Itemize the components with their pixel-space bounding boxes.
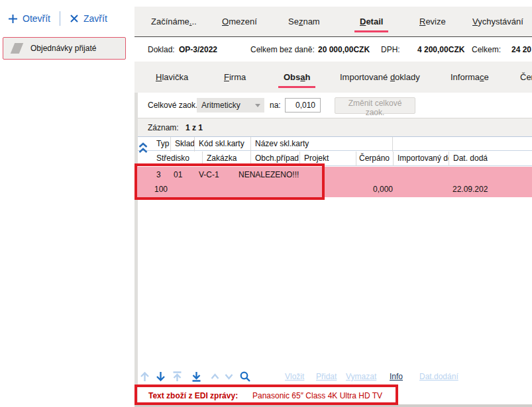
move-first-icon[interactable] <box>172 371 183 383</box>
col-obch-pripad[interactable]: Obch.případ <box>250 152 299 166</box>
tab-omezeni[interactable]: Omezení <box>222 17 257 26</box>
net-value: 20 000,00CZK <box>318 45 370 54</box>
cell-typ: 3 <box>156 170 161 179</box>
tab-label: Importované <box>340 72 390 82</box>
table-row[interactable]: 3 01 V-C-1 NENALEZENO!!! 100 0,000 22.09… <box>134 167 532 197</box>
cell-kod-skl-karty: V-C-1 <box>199 170 219 179</box>
tab-firma[interactable]: Firma <box>224 72 246 82</box>
dat-dodani-link[interactable]: Dat.dodání <box>419 372 458 381</box>
close-button[interactable]: Zavřít <box>67 12 110 25</box>
app-window: Otevřít Zavřít Objednávky přijaté Začíná… <box>0 0 532 407</box>
total-label: Celkem: <box>472 45 501 54</box>
tab-cerpani[interactable]: Čer <box>520 72 532 82</box>
detail-tabstrip: Hlavička Firma Obsah Importované doklady… <box>134 62 532 93</box>
doklad-value: OP-3/2022 <box>179 45 217 54</box>
tab-accesskey: a <box>300 72 305 82</box>
col-cerpano[interactable]: Čerpáno <box>356 152 393 166</box>
tab-label: Informa <box>451 72 480 82</box>
pridat-link[interactable]: Přidat <box>316 372 337 381</box>
tab-vychystavani[interactable]: Vychystávání <box>472 17 523 26</box>
document-summary-bar: Doklad: OP-3/2022 Celkem bez daně: 20 00… <box>134 38 532 62</box>
vat-value: 4 200,00CZK <box>417 45 464 54</box>
col-spacer <box>392 137 532 152</box>
cell-sklad: 01 <box>174 170 182 179</box>
move-down-icon[interactable] <box>155 371 166 383</box>
bottom-window-edge <box>134 404 532 407</box>
change-rounding-button[interactable]: Změnit celkové zaok. <box>335 97 415 114</box>
info-link[interactable]: Info <box>390 372 403 381</box>
table-header-row-1: Typ Sklad Kód skl.karty Název skl.karty <box>134 136 532 151</box>
sidebar-item-objednavky-prijate[interactable]: Objednávky přijaté <box>3 37 126 60</box>
col-kod-skl-karty[interactable]: Kód skl.karty <box>194 137 250 152</box>
sidebar-item-label: Objednávky přijaté <box>30 44 96 53</box>
red-annotation-box-edi: Text zboží z EDI zprávy: Panasonic 65″ C… <box>134 384 398 405</box>
move-up-icon[interactable] <box>139 371 150 383</box>
sidebar: Otevřít Zavřít Objednávky přijaté <box>0 0 133 407</box>
col-dat-dodani[interactable]: Dat. dodá <box>449 152 532 166</box>
toolbar-divider <box>60 11 60 26</box>
plus-icon <box>8 14 18 24</box>
col-projekt[interactable]: Projekt <box>299 152 356 166</box>
edi-note-label: Text zboží z EDI zprávy: <box>148 391 238 400</box>
doklad-label: Doklad: <box>148 45 175 54</box>
tab-zaciname[interactable]: Začínáme... <box>151 17 197 26</box>
col-nazev-skl-karty[interactable]: Název skl.karty <box>250 137 392 152</box>
bottom-toolbar: Vložit Přidat Vymazat Info Dat.dodání <box>134 368 532 386</box>
total-value: 24 20 <box>511 45 531 54</box>
tab-informace[interactable]: Informace <box>451 72 489 82</box>
edi-note-value: Panasonic 65″ Class 4K Ultra HD TV <box>252 391 382 400</box>
col-importovany-doklad[interactable]: Importovaný doklad <box>393 152 449 166</box>
tab-label: Začínáme <box>151 17 189 26</box>
search-icon[interactable] <box>239 371 251 383</box>
tab-obsah[interactable]: Obsah <box>284 72 310 82</box>
table-header-row-2: Středisko Zakázka Obch.případ Projekt Če… <box>134 152 532 166</box>
chevron-down-icon[interactable] <box>224 371 234 383</box>
rounding-form: Celkové zaok.: Aritmeticky na: Změnit ce… <box>134 93 532 118</box>
close-icon <box>70 14 79 23</box>
move-last-icon[interactable] <box>191 371 202 383</box>
tab-hlavicka[interactable]: Hlavička <box>156 72 188 82</box>
col-typ[interactable]: Typ <box>152 137 170 152</box>
tab-accesskey: R <box>419 17 425 26</box>
tab-accesskey: F <box>224 72 229 82</box>
main-tabstrip: Začínáme... Omezení Seznam Detail Revize… <box>134 7 532 37</box>
record-value: 1 z 1 <box>186 123 203 132</box>
collapse-rows-icon[interactable] <box>138 142 148 155</box>
tab-label: ychystávání <box>478 17 523 26</box>
open-button-label: Otevřít <box>23 13 50 24</box>
tab-revize[interactable]: Revize <box>419 17 446 26</box>
vlozit-link[interactable]: Vložit <box>285 372 304 381</box>
chevron-up-icon[interactable] <box>210 371 220 383</box>
splitter-strip <box>134 93 138 404</box>
tab-label: mezení <box>229 17 257 26</box>
col-zakazka[interactable]: Zakázka <box>202 152 250 166</box>
open-button[interactable]: Otevřít <box>5 12 53 25</box>
na-label: na: <box>270 101 281 110</box>
tab-label: h <box>305 72 311 82</box>
col-stredisko[interactable]: Středisko <box>152 152 202 166</box>
tab-label: nam <box>303 17 319 26</box>
vat-label: DPH: <box>381 45 400 54</box>
tab-seznam[interactable]: Seznam <box>288 17 320 26</box>
rounding-value-input[interactable] <box>285 98 321 113</box>
tab-label: lavička <box>162 72 188 82</box>
rounding-label: Celkové zaok.: <box>148 101 200 110</box>
tab-detail[interactable]: Detail <box>360 17 383 26</box>
net-label: Celkem bez daně: <box>250 45 315 54</box>
tab-label: evize <box>425 17 445 26</box>
rounding-method-select[interactable]: Aritmeticky <box>197 98 264 113</box>
tab-importovane-doklady[interactable]: Importované doklady <box>340 72 420 82</box>
tab-label: Čer <box>520 72 532 82</box>
cell-nazev-skl-karty: NENALEZENO!!! <box>239 170 299 179</box>
cell-cerpano: 0,000 <box>356 185 393 194</box>
vymazat-link[interactable]: Vymazat <box>346 372 376 381</box>
main-panel: Začínáme... Omezení Seznam Detail Revize… <box>134 0 532 407</box>
tab-label: oklady <box>395 72 420 82</box>
tab-label: e <box>484 72 489 82</box>
tab-label: irma <box>229 72 246 82</box>
tab-label: Obs <box>284 72 300 82</box>
tab-accesskey: O <box>222 17 229 26</box>
col-sklad[interactable]: Sklad <box>170 137 194 152</box>
document-slant-icon <box>11 43 23 54</box>
rounding-method-value: Aritmeticky <box>201 101 240 110</box>
